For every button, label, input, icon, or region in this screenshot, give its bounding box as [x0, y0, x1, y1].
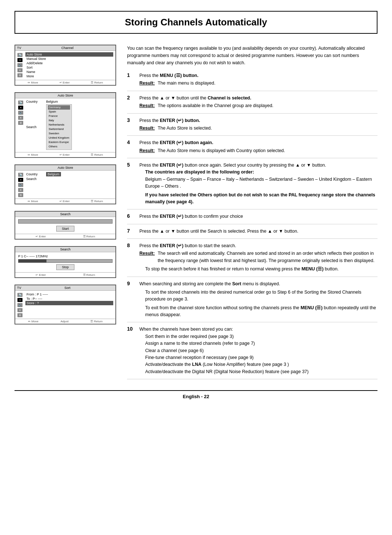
screen3-icons: 📡 ≡ 🔊 ✕ ⚙ [18, 173, 25, 197]
s3-icon4: ✕ [18, 188, 23, 192]
footer-enter: ↵ Enter [60, 81, 70, 84]
s4-footer-return: ☰ Return [83, 235, 95, 238]
country-switzerland: Switzerland [48, 127, 70, 131]
screen2-header: Auto Store [15, 93, 115, 98]
step-4-content: Press the ENTER (↵) button again. Result… [139, 139, 377, 154]
screen2-icons: 📡 ≡ 🔊 ✕ ⚙ [18, 101, 25, 125]
screen6-footer: ⇔ Move Adjust ☰ Return [15, 319, 115, 324]
page-title: Storing Channels Automatically [26, 17, 366, 28]
step-10-num: 10 [127, 326, 135, 332]
step-3: 3 Press the ENTER (↵) button. Result: Th… [127, 117, 377, 136]
screen5-header: Search [15, 247, 115, 252]
right-panel: You can scan the frequency ranges availa… [127, 45, 377, 383]
step-7-num: 7 [127, 228, 135, 234]
footer-return: ☰ Return [91, 81, 103, 84]
country-eastern-europe: Eastern Europe [48, 140, 70, 144]
s6-icon2: ≡ [17, 298, 23, 302]
sort-to: To : P-- ---- [25, 297, 113, 301]
s3-footer-return: ☰ Return [91, 200, 103, 203]
step-5: 5 Press the ENTER (↵) button once again.… [127, 162, 377, 209]
screen2: Auto Store 📡 ≡ 🔊 ✕ ⚙ Country [15, 92, 116, 158]
step-10: 10 When the channels have been stored yo… [127, 326, 377, 379]
step-5-num: 5 [127, 162, 135, 168]
s6-title: Sort [65, 286, 71, 290]
s2-country-list: Germany Spain France Italy Netherlands S… [46, 104, 72, 150]
country-spain: Spain [48, 110, 70, 114]
s2-icon5: ⚙ [18, 121, 23, 125]
step-9-content: When searching and storing are complete … [139, 281, 377, 319]
step-1-content: Press the MENU (☰) button. Result: The m… [139, 72, 377, 87]
tv-icon-x: ✕ [17, 68, 23, 72]
step-8-content: Press the ENTER (↵) button to start the … [139, 242, 377, 273]
screen6-menu: From : P 1 ----- To : P-- ---- Store : ? [25, 292, 113, 305]
s3-icon3: 🔊 [18, 183, 23, 187]
s6-footer-move: ⇔ Move [28, 320, 38, 323]
step-2-num: 2 [127, 95, 135, 101]
step-4: 4 Press the ENTER (↵) button again. Resu… [127, 139, 377, 158]
s3-icon2: ≡ [18, 178, 23, 182]
step-1: 1 Press the MENU (☰) button. Result: The… [127, 72, 377, 91]
screen4-body: Start [15, 217, 115, 234]
screen5-body: P 1 C-- ----- 172MHz Stop [15, 252, 115, 272]
s2-search-label: Search [26, 125, 44, 129]
s5-footer-enter: ↵ Enter [36, 273, 46, 277]
s3-country-label: Country [26, 172, 44, 176]
step-3-content: Press the ENTER (↵) button. Result: The … [139, 117, 377, 132]
screen1: TV Channel 📡 ≡ 🔊 ✕ ⚙ Auto Store Manual S… [15, 45, 116, 86]
s2-country-value: Belgium [46, 100, 58, 103]
s6-icon5: ⚙ [17, 313, 23, 317]
s6-tv-label: TV [17, 286, 21, 290]
s2-country-label: Country [26, 100, 44, 103]
screen5-footer: ↵ Enter ☰ Return [15, 272, 115, 277]
screen1-tv-label: TV [17, 46, 21, 50]
step-6-content: Press the ENTER (↵) button to confirm yo… [139, 213, 377, 220]
tv-icon-settings: ⚙ [17, 73, 23, 77]
screen1-body: 📡 ≡ 🔊 ✕ ⚙ Auto Store Manual Store Add/De… [15, 51, 115, 80]
step-2-content: Press the ▲ or ▼ button until the Channe… [139, 95, 377, 110]
screen1-title: Channel [61, 46, 74, 50]
country-france: France [48, 114, 70, 118]
s6-icon3: 🔊 [17, 303, 23, 307]
step-9-num: 9 [127, 281, 135, 286]
menu-item-sort: Sort [25, 65, 113, 70]
s3-icon1: 📡 [18, 173, 23, 177]
country-germany: Germany [48, 105, 70, 110]
screen3-footer: ⇔ Move ↵ Enter ☰ Return [15, 199, 115, 204]
step-3-num: 3 [127, 117, 135, 123]
menu-item-more: More [25, 74, 113, 78]
screen3: Auto Store 📡 ≡ 🔊 ✕ ⚙ Country [15, 164, 116, 204]
s2-icon1: 📡 [18, 101, 23, 105]
step-7-content: Press the ▲ or ▼ button until the Search… [139, 228, 377, 235]
s6-footer-adjust: Adjust [61, 320, 69, 323]
screen6: TV Sort 📡 ≡ 🔊 ✕ ⚙ From : P 1 ----- To [15, 285, 116, 324]
tv-icon-sound: 🔊 [17, 63, 23, 67]
step-6-num: 6 [127, 213, 135, 219]
screen3-body: 📡 ≡ 🔊 ✕ ⚙ Country Belgium [15, 171, 115, 199]
menu-item-autostore: Auto Store [25, 52, 113, 57]
step-9: 9 When searching and storing are complet… [127, 281, 377, 323]
sort-from: From : P 1 ----- [25, 292, 113, 297]
screen3-header: Auto Store [15, 165, 115, 171]
stop-button: Stop [56, 264, 74, 270]
step-1-num: 1 [127, 72, 135, 78]
menu-item-manualstore: Manual Store [25, 57, 113, 61]
footer-bar: English - 22 [15, 390, 377, 399]
screen1-header: TV Channel [15, 45, 115, 51]
s2-footer-move: ⇔ Move [28, 153, 38, 156]
s2-icon4: ✕ [18, 116, 23, 120]
search-progress-info: P 1 C-- ----- 172MHz [18, 254, 113, 258]
step-8-num: 8 [127, 242, 135, 248]
s2-icon2: ≡ [18, 106, 23, 110]
country-netherlands: Netherlands [48, 123, 70, 127]
footer-move: ⇔ Move [28, 81, 38, 84]
country-sweden: Sweden [48, 131, 70, 136]
s3-icon5: ⚙ [18, 193, 23, 197]
screen5: Search P 1 C-- ----- 172MHz Stop ↵ Enter… [15, 246, 116, 278]
s2-footer-enter: ↵ Enter [60, 153, 70, 156]
screen4: Search Start ↵ Enter ☰ Return [15, 211, 116, 240]
country-uk: United Kingdom [48, 136, 70, 140]
menu-item-name: Name [25, 70, 113, 74]
step-4-num: 4 [127, 139, 135, 145]
sort-store: Store : ? [25, 301, 113, 305]
left-panel: TV Channel 📡 ≡ 🔊 ✕ ⚙ Auto Store Manual S… [15, 45, 116, 383]
